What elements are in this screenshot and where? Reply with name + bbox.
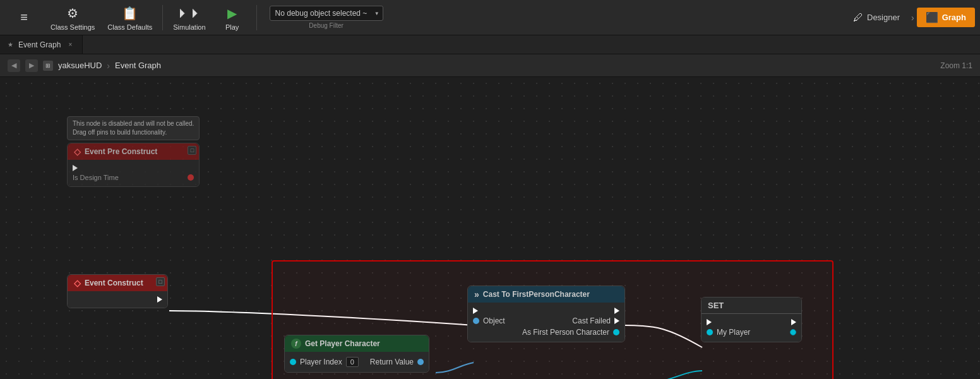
home-icon: ⊞ [43, 61, 53, 71]
breadcrumb-separator: › [107, 61, 110, 71]
debug-filter-select[interactable]: No debug object selected ~ [270, 6, 383, 21]
chevron-right-icon: › [911, 13, 914, 23]
my-player-in-pin [707, 329, 713, 335]
set-exec-in [707, 319, 712, 325]
event-pre-construct-header: Event Pre Construct [85, 147, 157, 156]
as-first-person-label: As First Person Character [522, 328, 609, 337]
debug-filter-container[interactable]: No debug object selected ~ [270, 6, 383, 21]
return-value-label: Return Value [370, 358, 414, 366]
function-icon: f [291, 339, 301, 349]
forward-button[interactable]: ▶ [25, 59, 38, 72]
separator-1 [162, 5, 163, 30]
object-label: Object [483, 316, 505, 325]
hamburger-menu[interactable]: ≡ [5, 6, 43, 29]
set-node-header: SET [708, 301, 724, 310]
graph-label: Graph [942, 13, 966, 22]
node-corner-button-construct[interactable]: □ [156, 277, 165, 286]
right-buttons: 🖊 Designer › ⬛ Graph [844, 8, 975, 27]
disabled-tooltip-1: This node is disabled and will not be ca… [67, 116, 200, 140]
event-pre-construct-wrapper: This node is disabled and will not be ca… [67, 116, 200, 187]
event-pre-construct-body: Is Design Time [68, 160, 199, 186]
breadcrumb-part2: Event Graph [115, 61, 161, 70]
my-player-label: My Player [717, 328, 750, 337]
set-node[interactable]: SET My Player [701, 297, 802, 342]
simulation-icon: ⏵⏵ [181, 4, 198, 22]
get-player-character-label: Get Player Character [305, 339, 380, 348]
graph-button[interactable]: ⬛ Graph [917, 8, 975, 27]
cast-exec-out [614, 308, 619, 314]
cast-to-node-wrapper: » Cast To FirstPersonCharacter Object Ca… [467, 286, 625, 342]
set-node-wrapper: SET My Player [701, 297, 802, 342]
as-first-person-pin [613, 329, 619, 335]
cast-to-header: Cast To FirstPersonCharacter [483, 290, 590, 299]
designer-label: Designer [867, 13, 900, 22]
object-pin [473, 318, 479, 324]
cast-failed-pin [614, 318, 619, 324]
hamburger-icon: ≡ [15, 9, 33, 27]
exec-out-pin [73, 165, 78, 171]
set-exec-out [791, 319, 796, 325]
class-defaults-button[interactable]: 📋 Class Defaults [102, 2, 157, 33]
toolbar: ≡ ⚙ Class Settings 📋 Class Defaults ⏵⏵ S… [0, 0, 980, 35]
get-player-character-node[interactable]: f Get Player Character Player Index 0 Re… [284, 335, 429, 373]
player-index-value[interactable]: 0 [346, 357, 359, 367]
event-construct-wrapper: ◇ Event Construct □ [67, 274, 168, 308]
get-player-character-wrapper: f Get Player Character Player Index 0 Re… [284, 335, 429, 373]
back-button[interactable]: ◀ [8, 59, 20, 72]
event-construct-body [68, 291, 167, 308]
event-construct-node[interactable]: ◇ Event Construct □ [67, 274, 168, 308]
debug-filter-label: Debug Filter [309, 22, 343, 29]
node-corner-button[interactable]: □ [188, 146, 196, 155]
my-player-out-pin [790, 329, 796, 335]
class-defaults-label: Class Defaults [107, 23, 152, 31]
player-index-label: Player Index [300, 358, 342, 366]
blueprint-canvas[interactable]: This node is disabled and will not be ca… [0, 77, 980, 379]
class-settings-button[interactable]: ⚙ Class Settings [45, 2, 100, 33]
tab-close-button[interactable]: × [66, 40, 75, 49]
get-player-character-body: Player Index 0 Return Value [285, 352, 429, 372]
breadcrumb-bar: ◀ ▶ ⊞ yaksueHUD › Event Graph Zoom 1:1 [0, 54, 980, 77]
tab-label: Event Graph [18, 40, 61, 49]
class-settings-icon: ⚙ [64, 4, 81, 22]
class-settings-label: Class Settings [51, 23, 95, 31]
event-graph-tab[interactable]: ★ Event Graph × [0, 35, 83, 54]
event-pre-construct-node[interactable]: ◇ Event Pre Construct □ Is Design Time [67, 143, 200, 187]
simulation-button[interactable]: ⏵⏵ Simulation [168, 2, 210, 33]
cast-to-body: Object Cast Failed As First Person Chara… [468, 303, 624, 342]
separator-2 [256, 5, 257, 30]
debug-filter-wrapper: No debug object selected ~ Debug Filter [270, 6, 383, 29]
cast-icon: » [474, 289, 479, 299]
event-construct-header: Event Construct [85, 279, 143, 287]
play-label: Play [225, 23, 239, 31]
tab-bar: ★ Event Graph × [0, 35, 980, 54]
designer-button[interactable]: 🖊 Designer [844, 8, 909, 27]
class-defaults-icon: 📋 [121, 4, 139, 22]
player-index-pin [290, 359, 296, 365]
is-design-time-pin [188, 174, 194, 181]
simulation-label: Simulation [173, 23, 205, 31]
return-value-pin [417, 359, 424, 365]
breadcrumb-part1: yaksueHUD [58, 61, 102, 70]
zoom-label: Zoom 1:1 [940, 61, 972, 70]
cast-failed-label: Cast Failed [572, 316, 611, 325]
play-icon: ▶ [224, 4, 241, 22]
cast-to-node[interactable]: » Cast To FirstPersonCharacter Object Ca… [467, 286, 625, 342]
cast-exec-in [473, 308, 478, 314]
set-node-body: My Player [702, 314, 801, 342]
exec-out-pin [157, 296, 162, 303]
is-design-time-label: Is Design Time [73, 174, 119, 181]
play-button[interactable]: ▶ Play [213, 2, 251, 33]
